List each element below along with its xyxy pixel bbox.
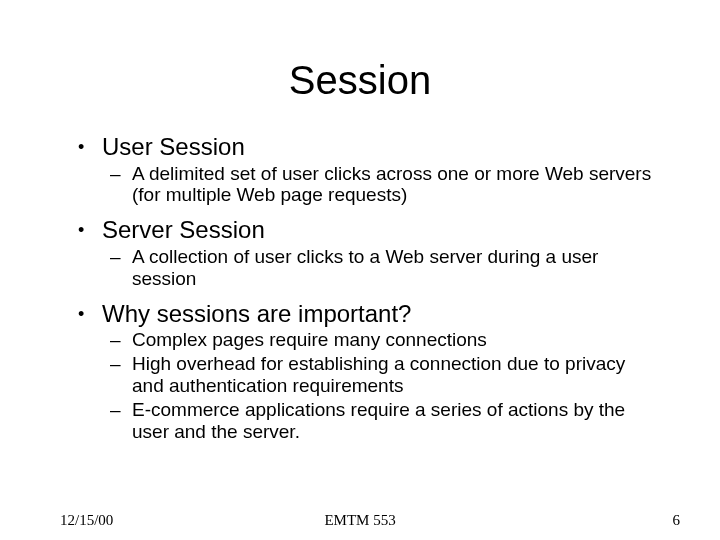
slide-content: • User Session – A delimited set of user… <box>0 133 720 442</box>
slide-title: Session <box>0 0 720 123</box>
bullet-text: Complex pages require many connections <box>132 329 487 351</box>
dash-marker: – <box>110 246 132 268</box>
slide: Session • User Session – A delimited set… <box>0 0 720 540</box>
bullet-text: User Session <box>102 133 245 161</box>
bullet-marker: • <box>78 300 102 325</box>
bullet-l2: – A collection of user clicks to a Web s… <box>110 246 660 290</box>
bullet-l2: – Complex pages require many connections <box>110 329 660 351</box>
bullet-l2: – A delimited set of user clicks across … <box>110 163 660 207</box>
bullet-l1: • Why sessions are important? <box>78 300 660 328</box>
bullet-l2: – High overhead for establishing a conne… <box>110 353 660 397</box>
bullet-l2: – E-commerce applications require a seri… <box>110 399 660 443</box>
bullet-text: Why sessions are important? <box>102 300 411 328</box>
dash-marker: – <box>110 353 132 375</box>
dash-marker: – <box>110 329 132 351</box>
bullet-text: A collection of user clicks to a Web ser… <box>132 246 660 290</box>
bullet-text: A delimited set of user clicks across on… <box>132 163 660 207</box>
dash-marker: – <box>110 163 132 185</box>
bullet-marker: • <box>78 216 102 241</box>
bullet-text: E-commerce applications require a series… <box>132 399 660 443</box>
bullet-text: High overhead for establishing a connect… <box>132 353 660 397</box>
footer-course: EMTM 553 <box>0 512 720 529</box>
bullet-marker: • <box>78 133 102 158</box>
bullet-text: Server Session <box>102 216 265 244</box>
bullet-l1: • Server Session <box>78 216 660 244</box>
bullet-l1: • User Session <box>78 133 660 161</box>
dash-marker: – <box>110 399 132 421</box>
footer-page: 6 <box>673 512 681 529</box>
